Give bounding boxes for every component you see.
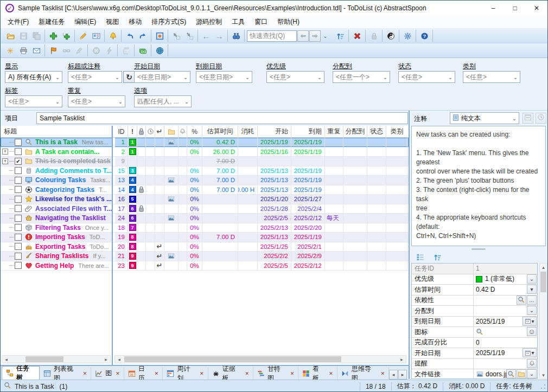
link-button[interactable] [60,44,73,56]
task-checkbox[interactable] [15,177,22,184]
menu-item-9[interactable]: 帮助(H) [272,16,304,28]
horizontal-splitter[interactable] [411,247,546,251]
website-globe-button[interactable] [153,44,166,56]
column-header-cat[interactable]: 类别 [386,126,407,137]
email-button[interactable] [30,44,43,56]
new-subtask-button[interactable] [60,30,73,42]
column-header-status[interactable]: 状态 [367,126,386,137]
task-card-button[interactable] [90,30,103,42]
columns-scrollbar[interactable]: ◂ ▸ [114,355,406,363]
menu-item-8[interactable]: 窗口 [250,16,272,28]
menu-item-0[interactable]: 文件(F) [3,16,34,28]
magnifier-button[interactable] [506,369,516,378]
new-task-button[interactable] [47,30,60,42]
maximize-button[interactable]: □ [504,1,526,15]
attribute-scrollbar[interactable]: ▴ ▾ [539,263,547,379]
task-checkbox[interactable] [15,262,22,269]
folder-button[interactable] [517,369,526,378]
donate-button[interactable] [136,44,149,56]
task-checkbox[interactable] [15,186,22,193]
minimize-button[interactable]: – [482,1,504,15]
dropdown-button[interactable]: ⌄ [527,369,537,378]
task-title[interactable]: This is a completed task [35,157,111,165]
column-header-assign[interactable]: 分配到 [343,126,367,137]
bell-button[interactable] [527,359,537,368]
task-row[interactable]: Adding Comments to T...1530%7.00 D2025/1… [1,166,409,176]
menu-item-2[interactable]: 编辑(E) [69,16,101,28]
column-header-file[interactable] [164,126,179,137]
task-title[interactable]: Categorizing Tasks [35,186,94,194]
scroll-left-icon[interactable]: ◂ [2,356,10,363]
redo-button[interactable] [136,30,149,42]
column-header-recur[interactable]: ↵ [155,126,164,137]
task-row[interactable]: Colouring TasksTasks...1340%7.00 D2025/1… [1,176,409,185]
filter-select-到期日期[interactable]: <任意日期>⌄ [196,71,252,83]
menu-item-4[interactable]: 移动 [124,16,146,28]
attribute-value[interactable]: 0.42 D [474,285,527,295]
scroll-thumb[interactable] [26,356,63,362]
help-button[interactable]: ? [418,30,431,42]
filter-select-显示[interactable]: A) 所有任务(A)⌄ [5,71,62,83]
open-folder-button[interactable] [4,30,17,42]
task-title[interactable]: A Task can contain... [35,148,99,156]
task-checkbox[interactable] [15,148,22,155]
task-title[interactable]: This is a Task [35,138,78,146]
tab-close-icon[interactable]: ✕ [116,371,120,376]
tab-scroll-left-button[interactable]: ◂ [389,370,398,380]
task-checkbox[interactable] [15,215,22,222]
attribute-value[interactable]: 2025/1/19 [474,348,522,358]
preferences-gear-button[interactable] [401,30,414,42]
column-header-due[interactable]: 到期 [291,126,325,137]
find-previous-button[interactable]: ⇦ [297,30,309,42]
column-header-recurtxt[interactable]: 重复 [325,126,343,137]
task-row[interactable]: Categorizing TasksT...1440%7.00 D0.00 H2… [1,185,409,195]
scroll-down-icon[interactable]: ▾ [539,371,547,378]
detail-view-button[interactable] [413,251,426,263]
expand-icon[interactable]: + [2,158,8,164]
task-title[interactable]: Likewise for the task's ... [35,195,112,203]
tab-scroll-right-button[interactable]: ▸ [398,370,407,380]
sort-button[interactable] [334,30,347,42]
quick-find-dropdown[interactable]: ⌄ [321,30,330,42]
task-title[interactable]: Adding Comments to T... [35,167,112,175]
lock-button[interactable] [367,30,380,42]
attribute-value[interactable]: 1 (非常低) [474,274,527,285]
task-row[interactable]: Filtering TasksOnce y...1870%2025/2/1320… [1,223,409,233]
column-header-start[interactable]: 开始 [258,126,291,137]
filter-select-分配到[interactable]: <任意一个>⌄ [333,71,390,83]
attribute-value[interactable] [474,306,527,316]
resize-grip[interactable] [540,383,546,390]
menu-item-6[interactable]: 源码控制 [191,16,227,28]
filter-select-选项[interactable]: 匹配任何人, ...⌄ [134,95,192,107]
task-checkbox[interactable] [15,205,22,212]
tab-close-icon[interactable]: ✕ [380,371,385,376]
tab-任务树[interactable]: 任务树 [2,366,40,380]
insert-time-button[interactable] [536,113,546,124]
attribute-value[interactable]: doors.jp [474,369,506,379]
undo-button[interactable] [123,30,136,42]
move-task-in-button[interactable] [170,30,183,42]
attribute-value[interactable]: 2025/1/19 [474,317,522,327]
ellipsis-button[interactable]: … [527,295,537,305]
calendar-button[interactable]: ▾ [522,348,537,357]
task-title[interactable]: Navigating the Tasklist [35,214,106,222]
attribute-value[interactable] [474,327,527,337]
tab-列表视图[interactable]: 列表视图✕ [40,367,91,380]
menu-item-3[interactable]: 视图 [101,16,124,28]
tab-close-icon[interactable]: ✕ [200,371,204,376]
column-header-bell[interactable] [179,126,187,137]
attribute-value[interactable]: 1 [474,264,537,274]
project-input[interactable]: Sample Tasklist [36,112,408,124]
task-row[interactable]: Importing TasksToD...1980%7.00 D2025/1/1… [1,233,409,242]
tab-close-icon[interactable]: ✕ [245,371,249,376]
toggle-style-button[interactable] [384,30,397,42]
filter-select-状态[interactable]: <任意>⌄ [398,71,455,83]
print-button[interactable] [17,44,30,56]
column-header-id[interactable]: ID [115,126,128,137]
task-title[interactable]: Sharing Tasklists [35,252,88,260]
dropdown-button[interactable]: ⌄ [527,306,537,315]
menu-item-7[interactable]: 工具 [227,16,250,28]
column-header-title[interactable]: 标题 [1,126,112,137]
task-row[interactable]: Associated Files with T...1760%2025/1/28… [1,204,409,214]
filter-select-类别[interactable]: <任意>⌄ [463,71,520,83]
